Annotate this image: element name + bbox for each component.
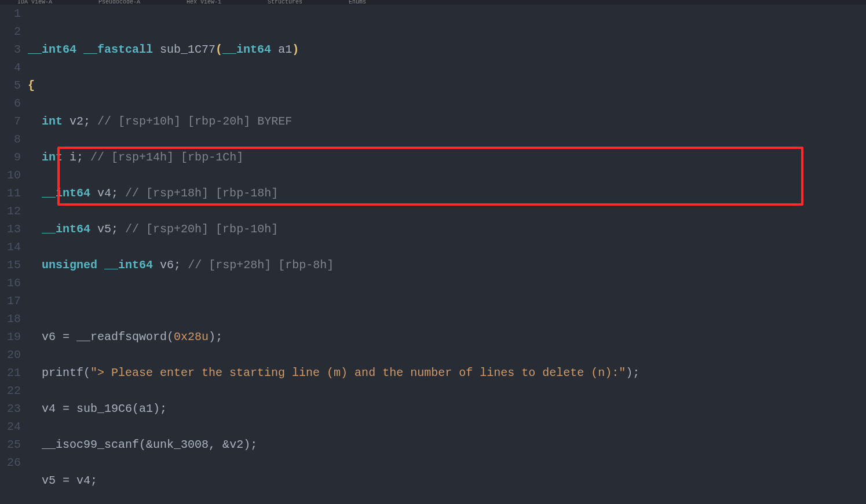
comment: // [rsp+10h] [rbp-20h] BYREF bbox=[97, 115, 292, 128]
line-number: 2 bbox=[0, 23, 21, 41]
string-prompt: "> Please enter the starting line (m) an… bbox=[90, 366, 626, 379]
code-line[interactable]: __isoc99_scanf(&unk_3008, &v2); bbox=[28, 436, 866, 454]
line-number: 19 bbox=[0, 328, 21, 346]
brace-open: { bbox=[28, 79, 35, 92]
var-v2[interactable]: v2 bbox=[229, 438, 243, 451]
code-line[interactable]: unsigned __int64 v6; // [rsp+28h] [rbp-8… bbox=[28, 256, 866, 274]
line-number: 10 bbox=[0, 166, 21, 184]
editor-area: 1 2 3 4 5 6 7 8 9 10 11 12 13 14 15 16 1… bbox=[0, 5, 866, 504]
var-v4[interactable]: v4 bbox=[97, 187, 111, 200]
line-number: 5 bbox=[0, 76, 21, 94]
code-line[interactable]: { bbox=[28, 76, 866, 94]
keyword-unsigned: unsigned bbox=[42, 258, 97, 272]
line-number: 20 bbox=[0, 346, 21, 364]
call-printf[interactable]: printf bbox=[42, 366, 83, 379]
param-a1[interactable]: a1 bbox=[278, 43, 292, 56]
line-number: 23 bbox=[0, 400, 21, 418]
var-a1[interactable]: a1 bbox=[139, 402, 153, 415]
keyword-int64: __int64 bbox=[28, 43, 76, 56]
line-number: 1 bbox=[0, 5, 21, 23]
line-number: 4 bbox=[0, 59, 21, 76]
line-number: 6 bbox=[0, 94, 21, 112]
code-line[interactable]: int i; // [rsp+14h] [rbp-1Ch] bbox=[28, 148, 866, 166]
line-number: 21 bbox=[0, 364, 21, 382]
tab-ida-view[interactable]: IDA View-A bbox=[17, 0, 52, 5]
comment: // [rsp+18h] [rbp-18h] bbox=[125, 187, 278, 200]
code-line[interactable]: __int64 v4; // [rsp+18h] [rbp-18h] bbox=[28, 184, 866, 202]
keyword-int64: __int64 bbox=[42, 187, 90, 200]
comment: // [rsp+20h] [rbp-10h] bbox=[125, 222, 278, 236]
line-number: 18 bbox=[0, 310, 21, 328]
tab-enums[interactable]: Enums bbox=[349, 0, 366, 5]
line-number: 3 bbox=[0, 41, 21, 59]
line-number: 9 bbox=[0, 148, 21, 166]
line-number: 8 bbox=[0, 130, 21, 148]
keyword-fastcall: __fastcall bbox=[83, 43, 153, 56]
var-v5[interactable]: v5 bbox=[97, 222, 111, 236]
code-line[interactable]: __int64 v5; // [rsp+20h] [rbp-10h] bbox=[28, 220, 866, 238]
keyword-int64: __int64 bbox=[222, 43, 271, 56]
code-line[interactable]: v5 = v4; bbox=[28, 472, 866, 490]
line-number: 15 bbox=[0, 256, 21, 274]
sym-unk3008[interactable]: unk_3008 bbox=[153, 438, 209, 451]
var-v6[interactable]: v6 bbox=[160, 258, 174, 272]
var-v4[interactable]: v4 bbox=[42, 402, 56, 415]
line-number: 17 bbox=[0, 292, 21, 310]
keyword-int64: __int64 bbox=[104, 258, 153, 272]
var-i[interactable]: i bbox=[70, 151, 76, 164]
code-line-blank[interactable] bbox=[28, 292, 866, 310]
code-line[interactable]: printf("> Please enter the starting line… bbox=[28, 364, 866, 382]
line-number: 11 bbox=[0, 184, 21, 202]
literal-0x28u: 0x28u bbox=[174, 330, 209, 344]
code-line[interactable]: __int64 __fastcall sub_1C77(__int64 a1) bbox=[28, 41, 866, 59]
line-number-gutter: 1 2 3 4 5 6 7 8 9 10 11 12 13 14 15 16 1… bbox=[0, 5, 25, 504]
var-v5[interactable]: v5 bbox=[42, 474, 56, 487]
var-v2[interactable]: v2 bbox=[70, 115, 83, 128]
tab-structures[interactable]: Structures bbox=[268, 0, 302, 5]
line-number: 22 bbox=[0, 382, 21, 400]
keyword-int: int bbox=[42, 115, 63, 128]
line-number: 14 bbox=[0, 238, 21, 256]
tab-hex-view[interactable]: Hex View-1 bbox=[187, 0, 221, 5]
line-number: 12 bbox=[0, 202, 21, 220]
code-line[interactable]: v6 = __readfsqword(0x28u); bbox=[28, 328, 866, 346]
keyword-int: int bbox=[42, 151, 63, 164]
var-v6[interactable]: v6 bbox=[42, 330, 56, 344]
line-number: 16 bbox=[0, 274, 21, 292]
line-number: 24 bbox=[0, 418, 21, 436]
call-scanf[interactable]: __isoc99_scanf bbox=[42, 438, 139, 451]
line-number: 25 bbox=[0, 436, 21, 454]
tab-pseudocode[interactable]: Pseudocode-A bbox=[98, 0, 140, 5]
comment: // [rsp+28h] [rbp-8h] bbox=[188, 258, 334, 272]
keyword-int64: __int64 bbox=[42, 222, 90, 236]
func-sub1c77[interactable]: sub_1C77 bbox=[160, 43, 215, 56]
code-line[interactable]: int v2; // [rsp+10h] [rbp-20h] BYREF bbox=[28, 112, 866, 130]
call-readfsqword[interactable]: __readfsqword bbox=[76, 330, 167, 344]
line-number: 13 bbox=[0, 220, 21, 238]
code-line[interactable]: v4 = sub_19C6(a1); bbox=[28, 400, 866, 418]
var-v4[interactable]: v4 bbox=[76, 474, 90, 487]
tab-bar: IDA View-A Pseudocode-A Hex View-1 Struc… bbox=[0, 0, 866, 5]
call-sub19c6[interactable]: sub_19C6 bbox=[76, 402, 132, 415]
code-area[interactable]: __int64 __fastcall sub_1C77(__int64 a1) … bbox=[25, 5, 866, 504]
line-number: 7 bbox=[0, 112, 21, 130]
line-number: 26 bbox=[0, 454, 21, 472]
comment: // [rsp+14h] [rbp-1Ch] bbox=[90, 151, 243, 164]
